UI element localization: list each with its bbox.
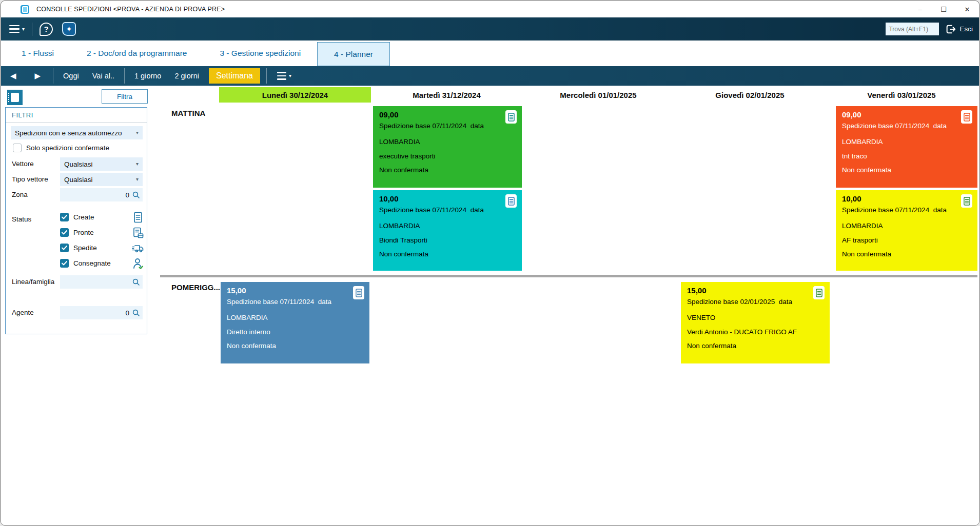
zona-input[interactable]: 0 <box>60 188 143 201</box>
card-carrier: AF trasporti <box>842 236 971 244</box>
next-arrow-button[interactable]: ▶ <box>26 71 50 80</box>
card-time: 10,00 <box>842 194 971 203</box>
one-day-view-button[interactable]: 1 giorno <box>128 72 168 80</box>
vettore-label: Vettore <box>12 160 34 168</box>
confirmed-only-checkbox[interactable]: Solo spedizioni confermate <box>13 144 109 152</box>
status-label: Status <box>12 215 31 223</box>
tab-gestione-spedizioni[interactable]: 3 - Gestione spedizioni <box>203 41 317 66</box>
card-carrier: Verdi Antonio - DUCATO FRIGO AF <box>687 328 824 336</box>
title-bar: CONSOLLE SPEDIZIONI <PROVA - AZIENDA DI … <box>1 1 979 17</box>
linea-famiglia-label: Linea/famiglia <box>12 278 54 286</box>
tab-flussi[interactable]: 1 - Flussi <box>5 41 70 66</box>
card-title: Spedizione base 07/11/2024 data <box>842 206 971 214</box>
copilot-sparkle-icon[interactable]: ✦ <box>62 22 76 36</box>
window-title: CONSOLLE SPEDIZIONI <PROVA - AZIENDA DI … <box>36 6 225 13</box>
day-header-thursday[interactable]: Giovedì 02/01/2025 <box>674 87 826 103</box>
shipment-card[interactable]: 09,00 Spedizione base 07/11/2024 data LO… <box>373 106 522 188</box>
search-icon <box>132 278 140 286</box>
card-title: Spedizione base 02/01/2025 data <box>687 298 824 306</box>
filter-panel-title: FILTRI <box>12 111 33 119</box>
zona-label: Zona <box>12 191 28 198</box>
chevron-down-icon: ▾ <box>136 130 139 135</box>
close-button[interactable]: ✕ <box>955 1 979 17</box>
card-status: Non confermata <box>379 250 516 258</box>
tab-doc-ord-da-programmare[interactable]: 2 - Doc/ord da programmare <box>70 41 204 66</box>
document-icon <box>961 110 972 124</box>
exit-button[interactable]: Esci <box>945 24 973 35</box>
today-button[interactable]: Oggi <box>56 72 86 80</box>
day-header-monday[interactable]: Lunedì 30/12/2024 <box>219 87 371 103</box>
toolbar-separator <box>32 23 32 36</box>
exit-label: Esci <box>959 25 973 33</box>
nav-separator <box>266 68 267 84</box>
main-menu-button[interactable]: ▾ <box>9 25 25 33</box>
two-days-view-button[interactable]: 2 giorni <box>168 72 206 80</box>
goto-date-button[interactable]: Vai al.. <box>86 72 121 80</box>
hamburger-icon <box>9 25 19 33</box>
chevron-down-icon: ▾ <box>136 177 139 182</box>
card-title: Spedizione base 07/11/2024 data <box>379 206 516 214</box>
filter-panel: FILTRI Spedizioni con e senza automezzo … <box>5 107 147 334</box>
tipo-vettore-label: Tipo vettore <box>12 175 48 183</box>
document-icon <box>813 286 825 299</box>
shipment-card[interactable]: 15,00 Spedizione base 02/01/2025 data VE… <box>681 282 830 363</box>
card-status: Non confermata <box>687 342 824 350</box>
exit-icon <box>945 24 956 35</box>
shipment-card[interactable]: 15,00 Spedizione base 07/11/2024 data LO… <box>221 282 369 363</box>
card-carrier: executive trasporti <box>379 152 516 160</box>
chevron-down-icon: ▾ <box>289 73 291 78</box>
status-pronte-checkbox[interactable]: Pronte <box>60 228 94 237</box>
document-box-icon <box>132 227 144 239</box>
card-time: 10,00 <box>379 194 516 203</box>
day-header-friday[interactable]: Venerdì 03/01/2025 <box>826 87 977 103</box>
collapse-filter-panel-icon[interactable] <box>7 90 23 105</box>
tipo-vettore-dropdown[interactable]: Qualsiasi ▾ <box>60 173 143 186</box>
card-zone: LOMBARDIA <box>379 138 516 146</box>
shipment-mode-dropdown[interactable]: Spedizioni con e senza automezzo ▾ <box>11 126 143 139</box>
minimize-button[interactable]: – <box>908 1 932 17</box>
card-time: 15,00 <box>227 286 363 295</box>
help-icon[interactable]: ? <box>40 23 53 36</box>
checkbox-checked-icon <box>60 228 69 237</box>
status-spedite-checkbox[interactable]: Spedite <box>60 244 97 252</box>
filtra-button[interactable]: Filtra <box>102 89 148 104</box>
nav-separator <box>124 68 125 84</box>
nav-separator <box>53 68 53 84</box>
main-toolbar: ▾ ? ✦ Esci <box>1 17 979 41</box>
checkbox-checked-icon <box>60 259 69 268</box>
search-icon <box>132 309 140 316</box>
card-time: 09,00 <box>379 110 516 119</box>
checkbox-checked-icon <box>60 213 69 221</box>
card-carrier: Biondi Trasporti <box>379 236 516 244</box>
row-label-morning: MATTINA <box>171 109 205 117</box>
shipment-card[interactable]: 10,00 Spedizione base 07/11/2024 data LO… <box>373 190 522 271</box>
status-create-checkbox[interactable]: Create <box>60 213 94 221</box>
tab-bar: 1 - Flussi 2 - Doc/ord da programmare 3 … <box>1 41 979 66</box>
tab-planner[interactable]: 4 - Planner <box>317 42 390 66</box>
card-title: Spedizione base 07/11/2024 data <box>227 298 363 306</box>
status-consegnate-checkbox[interactable]: Consegnate <box>60 259 111 268</box>
card-title: Spedizione base 07/11/2024 data <box>379 122 516 130</box>
card-status: Non confermata <box>842 250 971 258</box>
agente-input[interactable]: 0 <box>60 306 143 319</box>
find-input[interactable] <box>886 23 939 35</box>
linea-famiglia-input[interactable] <box>60 275 143 289</box>
person-check-icon <box>132 257 144 270</box>
checkbox-unchecked-icon <box>13 144 22 152</box>
card-zone: VENETO <box>687 314 824 321</box>
card-status: Non confermata <box>379 166 516 174</box>
week-view-button[interactable]: Settimana <box>209 68 260 84</box>
day-header-tuesday[interactable]: Martedì 31/12/2024 <box>371 87 522 103</box>
shipment-card[interactable]: 10,00 Spedizione base 07/11/2024 data LO… <box>836 190 977 271</box>
shipment-card[interactable]: 09,00 Spedizione base 07/11/2024 data LO… <box>836 106 977 188</box>
document-icon <box>505 110 517 124</box>
nav-options-menu-button[interactable]: ▾ <box>270 72 299 80</box>
agente-label: Agente <box>12 309 34 316</box>
day-header-wednesday[interactable]: Mercoledì 01/01/2025 <box>522 87 674 103</box>
document-icon <box>132 211 144 224</box>
vettore-dropdown[interactable]: Qualsiasi ▾ <box>60 157 143 171</box>
card-title: Spedizione base 07/11/2024 data <box>842 122 971 130</box>
maximize-button[interactable]: ☐ <box>932 1 955 17</box>
document-icon <box>961 194 972 208</box>
prev-arrow-button[interactable]: ◀ <box>1 71 26 80</box>
